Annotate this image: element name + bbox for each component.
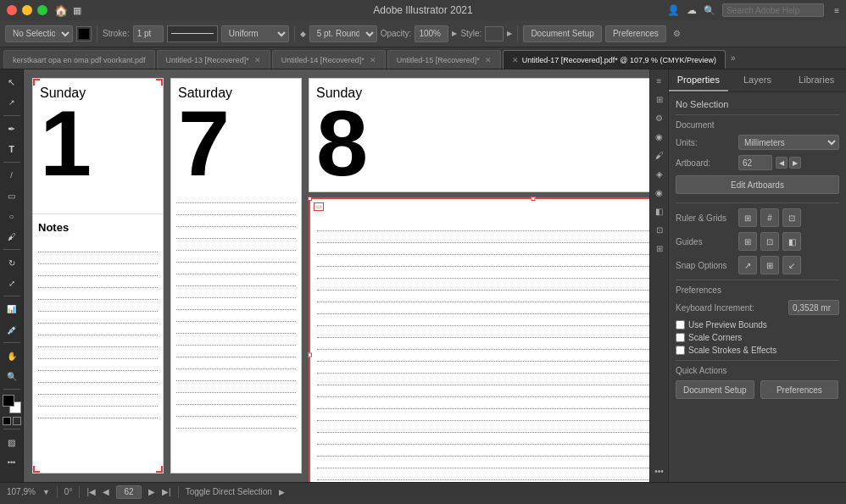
eyedropper-icon[interactable]: 💉	[3, 320, 21, 339]
user-icon[interactable]: 👤	[667, 4, 680, 16]
snap-icon-2[interactable]: ⊞	[760, 256, 779, 274]
fill-swatch[interactable]	[76, 26, 92, 42]
style-arrow[interactable]: ▶	[507, 30, 512, 37]
stroke-color[interactable]	[13, 417, 21, 425]
opacity-arrow[interactable]: ▶	[452, 30, 457, 37]
zoom-icon[interactable]: ▼	[42, 488, 50, 496]
graph-tool-icon[interactable]: 📊	[3, 300, 21, 318]
more-tools-icon[interactable]: ⚙	[673, 29, 681, 38]
layers-icon[interactable]: ⊞	[652, 91, 667, 107]
document-setup-button[interactable]: Document Setup	[523, 25, 602, 42]
align-icon[interactable]: ≡	[652, 73, 667, 88]
graphic-style-icon[interactable]: ◉	[652, 185, 667, 200]
stroke-type-select[interactable]: Uniform	[221, 25, 289, 42]
rotate-tool-icon[interactable]: ↻	[3, 253, 21, 272]
quick-doc-setup-button[interactable]: Document Setup	[676, 380, 754, 399]
hand-tool-icon[interactable]: ✋	[3, 346, 21, 365]
opacity-input[interactable]	[415, 25, 448, 42]
guide-icon-1[interactable]: ⊞	[738, 232, 757, 251]
gradient-icon[interactable]: ▨	[3, 433, 21, 451]
brush-panel-icon[interactable]: 🖌	[652, 147, 667, 163]
tab-close-icon[interactable]: ✕	[254, 56, 261, 64]
guide-icon-3[interactable]: ◧	[782, 232, 801, 251]
artboard-next[interactable]: ▶	[789, 157, 801, 169]
color-swatches[interactable]	[3, 395, 21, 413]
tab-untitled-17[interactable]: ✕ Untitled-17 [Recovered].pdf* @ 107,9 %…	[503, 50, 726, 69]
nav-step-forward[interactable]: ▶	[148, 487, 155, 496]
artboard-label: Artboard:	[676, 158, 735, 168]
artboard-input[interactable]	[738, 155, 772, 170]
tab-untitled-15[interactable]: Untitled-15 [Recovered]* ✕	[387, 50, 501, 69]
handle-tm[interactable]	[532, 197, 536, 201]
preferences-button[interactable]: Preferences	[605, 25, 666, 42]
tab-close-icon[interactable]: ✕	[512, 56, 519, 64]
properties-icon[interactable]: ⚙	[652, 110, 667, 125]
guide-icon-2[interactable]: ⊡	[760, 232, 779, 251]
pt-round-select[interactable]: 5 pt. Round	[309, 25, 377, 42]
type-tool-icon[interactable]: T	[3, 140, 21, 158]
snap-icon-3[interactable]: ↙	[782, 256, 801, 274]
edit-artboards-button[interactable]: Edit Artboards	[676, 175, 839, 194]
minimize-button[interactable]	[22, 5, 32, 15]
appearance-icon[interactable]: ◧	[652, 203, 667, 219]
search-icon[interactable]: 🔍	[704, 5, 715, 16]
notes-large-page[interactable]: ▭ Notes	[309, 197, 649, 482]
tab-overflow-icon[interactable]: »	[731, 53, 736, 63]
rect-tool-icon[interactable]: ▭	[3, 186, 21, 205]
nav-step-back[interactable]: ◀	[103, 487, 109, 496]
transform-icon[interactable]: ⊡	[652, 222, 667, 237]
cloud-icon[interactable]: ☁	[687, 4, 697, 16]
nav-next-icon[interactable]: ▶|	[162, 487, 171, 496]
snap-icon-1[interactable]: ↗	[738, 256, 757, 274]
stroke-value-input[interactable]	[133, 25, 164, 42]
guides-label: Guides	[676, 237, 735, 246]
line-tool-icon[interactable]: /	[3, 166, 21, 185]
ellipse-tool-icon[interactable]: ○	[3, 207, 21, 225]
selection-tool-select[interactable]: No Selection	[5, 25, 73, 42]
symbol-icon[interactable]: ◈	[652, 166, 667, 181]
pen-tool-icon[interactable]: ✒	[3, 119, 21, 138]
tab-kerstkaart[interactable]: kerstkaart opa en oma pdf voorkant.pdf	[3, 50, 155, 69]
tab-layers[interactable]: Layers	[728, 69, 788, 91]
tab-untitled-13[interactable]: Untitled-13 [Recovered]* ✕	[157, 50, 270, 69]
close-button[interactable]	[7, 5, 17, 15]
artboard-prev[interactable]: ◀	[776, 157, 788, 169]
color-icon[interactable]: ◉	[652, 129, 667, 144]
use-preview-bounds-checkbox[interactable]	[676, 320, 685, 330]
tab-close-icon[interactable]: ✕	[370, 56, 376, 64]
zoom-tool-icon[interactable]: 🔍	[3, 367, 21, 385]
ruler-grid-icon-2[interactable]: #	[760, 208, 779, 227]
tab-properties[interactable]: Properties	[669, 69, 728, 91]
no-selection-row: No Selection	[676, 99, 839, 109]
brush-tool-icon[interactable]: 🖌	[3, 227, 21, 246]
scale-strokes-checkbox[interactable]	[676, 346, 685, 355]
more-icon[interactable]: ≡	[834, 6, 839, 15]
toggle-icon[interactable]: ▶	[279, 488, 285, 496]
more-tools-icon[interactable]: •••	[3, 453, 21, 472]
tab-untitled-14[interactable]: Untitled-14 [Recovered]* ✕	[272, 50, 386, 69]
nav-prev-icon[interactable]: |◀	[86, 487, 96, 496]
keyboard-increment-input[interactable]	[788, 300, 839, 315]
search-input[interactable]	[722, 3, 824, 17]
direct-selection-icon[interactable]: ↗	[3, 93, 21, 112]
more-panels-icon[interactable]: •••	[652, 463, 667, 479]
canvas-area[interactable]: Sunday 1 Notes	[24, 69, 649, 482]
pathfinder-icon[interactable]: ⊞	[652, 241, 667, 256]
scale-corners-checkbox[interactable]	[676, 333, 685, 342]
ruler-grid-icon-1[interactable]: ⊞	[738, 208, 757, 227]
handle-ml[interactable]	[308, 353, 312, 357]
notes-line	[317, 243, 649, 255]
handle-tl[interactable]	[308, 197, 312, 201]
tab-close-icon[interactable]: ✕	[485, 56, 492, 64]
ruler-grid-icon-3[interactable]: ⊡	[782, 208, 801, 227]
selection-tool-icon[interactable]: ↖	[3, 73, 21, 91]
style-preview[interactable]	[485, 26, 504, 42]
notes-line	[176, 251, 296, 263]
quick-preferences-button[interactable]: Preferences	[760, 380, 839, 399]
maximize-button[interactable]	[37, 5, 47, 15]
scale-tool-icon[interactable]: ⤢	[3, 274, 21, 292]
tab-libraries[interactable]: Libraries	[787, 69, 846, 91]
artboard-nav-input[interactable]	[116, 485, 142, 499]
units-select[interactable]: Millimeters	[738, 135, 839, 150]
fill-color[interactable]	[3, 417, 11, 425]
